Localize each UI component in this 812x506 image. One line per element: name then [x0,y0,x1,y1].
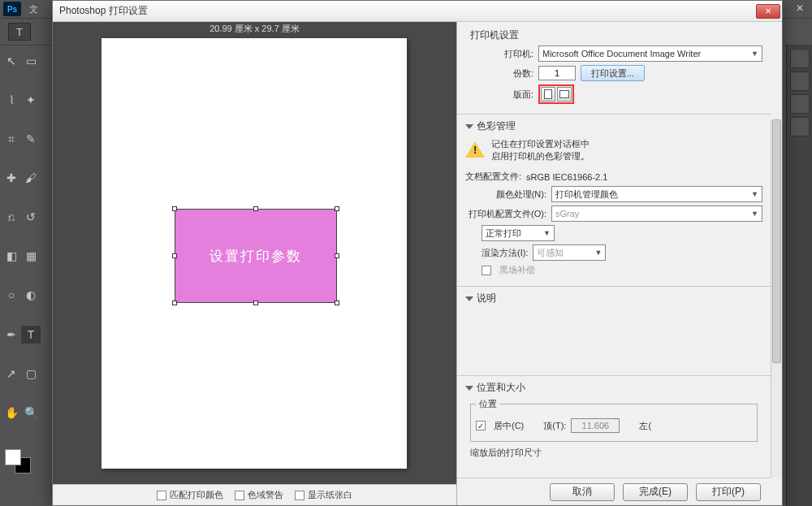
panel-icon[interactable] [790,71,810,91]
layout-label: 版面: [465,89,533,101]
move-tool-icon[interactable]: ↖ [2,52,21,70]
dialog-titlebar[interactable]: Photoshop 打印设置 ✕ [53,1,782,22]
print-mode-select[interactable]: 正常打印▼ [482,225,555,241]
resize-handle[interactable] [335,253,339,258]
print-dialog: Photoshop 打印设置 ✕ 20.99 厘米 x 29.7 厘米 设置打印… [52,0,783,506]
marquee-tool-icon[interactable]: ▭ [21,52,41,70]
zoom-tool-icon[interactable]: 🔍 [21,404,41,422]
dodge-tool-icon[interactable]: ◐ [21,286,41,304]
caret-down-icon [465,386,473,391]
caret-down-icon [465,124,473,129]
doc-profile-value: sRGB IEC61966-2.1 [526,172,607,182]
foreground-color-swatch[interactable] [5,449,21,465]
canvas-content[interactable]: 设置打印参数 [175,209,337,303]
rendering-intent-select[interactable]: 可感知▼ [533,244,606,261]
position-section-toggle[interactable]: 位置和大小 [465,381,762,395]
scrollbar-thumb[interactable] [772,119,781,363]
match-colors-checkbox[interactable]: 匹配打印颜色 [157,489,223,501]
portrait-icon [544,89,552,99]
doc-profile-label: 文档配置文件: [465,171,521,183]
preview-dimensions-label: 20.99 厘米 x 29.7 厘米 [53,22,456,35]
print-button[interactable]: 打印(P) [696,483,761,501]
color-handling-select[interactable]: 打印机管理颜色▼ [551,186,762,202]
black-point-checkbox [482,266,491,275]
pen-tool-icon[interactable]: ✒ [2,326,21,344]
eyedropper-tool-icon[interactable]: ✎ [21,130,41,148]
black-point-label: 黑场补偿 [499,264,535,276]
position-legend: 位置 [476,398,500,410]
center-checkbox[interactable]: ✓ [476,421,486,430]
gradient-tool-icon[interactable]: ▦ [21,247,41,265]
print-settings-button[interactable]: 打印设置... [581,65,645,81]
gamut-warning-checkbox[interactable]: 色域警告 [235,489,283,501]
path-select-icon[interactable]: ↗ [2,365,21,383]
color-handling-label: 颜色处理(N): [465,188,546,201]
type-tool-preset-icon[interactable]: T [8,23,31,41]
type-tool-icon[interactable]: T [21,326,41,344]
canvas-text: 设置打印参数 [209,247,302,266]
caret-down-icon [465,296,473,301]
settings-scrollbar[interactable] [771,119,782,478]
printer-profile-label: 打印机配置文件(O): [465,208,546,220]
print-preview-pane: 20.99 厘米 x 29.7 厘米 设置打印参数 匹配打印颜色 色域警告 显 [53,22,457,505]
print-settings-pane: 打印机设置 打印机: Microsoft Office Document Ima… [457,22,782,505]
show-paper-white-checkbox[interactable]: 显示纸张白 [295,489,352,501]
resize-handle[interactable] [253,301,258,305]
color-swatches[interactable] [2,449,41,483]
panel-icon[interactable] [790,117,810,136]
resize-handle[interactable] [335,206,339,211]
printer-select[interactable]: Microsoft Office Document Image Writer▼ [538,45,762,62]
dialog-close-button[interactable]: ✕ [756,4,780,19]
dialog-button-bar: 取消 完成(E) 打印(P) [457,478,771,505]
panel-icon[interactable] [790,49,810,68]
shape-tool-icon[interactable]: ▢ [21,365,41,383]
resize-handle[interactable] [172,253,177,258]
heal-tool-icon[interactable]: ✚ [2,169,21,187]
panel-icon[interactable] [790,94,810,114]
blur-tool-icon[interactable]: ○ [2,286,21,304]
paper-preview[interactable]: 设置打印参数 [102,38,407,469]
top-label: 顶(T): [543,420,566,432]
wand-tool-icon[interactable]: ✦ [21,91,41,109]
top-input [571,418,620,433]
color-section-toggle[interactable]: 色彩管理 [465,119,762,133]
color-management-section: 色彩管理 ! 记住在打印设置对话框中 启用打印机的色彩管理。 文档配置文件: s… [457,115,771,287]
preview-footer: 匹配打印颜色 色域警告 显示纸张白 [53,484,456,505]
chevron-down-icon: ▼ [751,50,758,58]
resize-handle[interactable] [172,206,177,211]
hand-tool-icon[interactable]: ✋ [2,404,21,422]
stamp-tool-icon[interactable]: ⎌ [2,208,21,226]
crop-tool-icon[interactable]: ⌗ [2,130,21,148]
menubar-file[interactable]: 文 [24,3,43,15]
rendering-label: 渲染方法(I): [482,247,528,259]
copies-input[interactable] [538,66,576,80]
resize-handle[interactable] [172,301,177,305]
description-toggle[interactable]: 说明 [465,292,762,305]
description-section: 说明 [457,287,771,376]
landscape-icon [559,90,569,98]
scaled-size-label: 缩放后的打印尺寸 [465,443,762,462]
printer-section-title: 打印机设置 [470,28,762,42]
chevron-down-icon: ▼ [751,190,758,198]
warning-icon: ! [465,141,485,159]
warning-line2: 启用打印机的色彩管理。 [491,150,590,162]
eraser-tool-icon[interactable]: ◧ [2,247,21,265]
chevron-down-icon: ▼ [543,229,551,237]
position-size-section: 位置和大小 位置 ✓居中(C) 顶(T): 左( 缩放后的打印尺寸 [457,376,771,469]
chevron-down-icon: ▼ [751,210,758,218]
orientation-portrait-button[interactable] [541,87,555,102]
cancel-button[interactable]: 取消 [550,483,615,501]
printer-label: 打印机: [465,48,533,60]
chevron-down-icon: ▼ [595,249,603,257]
color-warning: ! 记住在打印设置对话框中 启用打印机的色彩管理。 [465,136,762,167]
printer-profile-select[interactable]: sGray▼ [551,205,762,222]
history-brush-icon[interactable]: ↺ [21,208,41,226]
orientation-highlight [538,84,574,104]
lasso-tool-icon[interactable]: ⌇ [2,91,21,109]
orientation-landscape-button[interactable] [557,87,572,102]
resize-handle[interactable] [253,206,258,211]
resize-handle[interactable] [335,301,339,305]
app-close-button[interactable]: ✕ [788,0,812,16]
brush-tool-icon[interactable]: 🖌 [21,169,41,187]
done-button[interactable]: 完成(E) [623,483,688,501]
